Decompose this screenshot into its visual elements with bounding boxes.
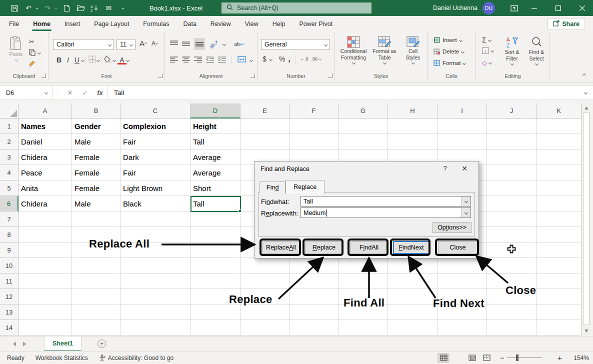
number-format-combo[interactable]: General <box>261 39 330 50</box>
middle-align-icon[interactable] <box>182 40 190 48</box>
row-header-1[interactable]: 1 <box>0 118 18 134</box>
cell-C12[interactable] <box>120 289 190 304</box>
fill-color-dropdown-icon[interactable] <box>112 58 116 62</box>
insert-cells-button[interactable]: Insert <box>434 37 462 43</box>
column-header-E[interactable]: E <box>240 104 290 118</box>
cell-B13[interactable] <box>72 304 120 320</box>
cell-A7[interactable] <box>18 212 72 227</box>
underline-icon[interactable]: U <box>72 56 82 64</box>
cell-B5[interactable]: Female <box>72 180 120 196</box>
cell-C2[interactable]: Fair <box>120 134 190 150</box>
increase-font-icon[interactable]: A˄ <box>140 39 147 48</box>
cell-K11[interactable] <box>536 274 582 289</box>
cell-E14[interactable] <box>240 320 290 336</box>
cell-J3[interactable] <box>487 150 536 165</box>
ribbon-tab-power-pivot[interactable]: Power Pivot <box>292 16 340 32</box>
cell-C13[interactable] <box>120 304 190 320</box>
search-box[interactable]: Search (Alt+Q) <box>222 2 372 14</box>
autosum-button[interactable]: Σ <box>482 36 491 44</box>
cell-F11[interactable] <box>290 274 338 289</box>
replace-button[interactable]: Replace <box>306 241 342 254</box>
cell-C10[interactable] <box>120 258 190 274</box>
ribbon-tab-formulas[interactable]: Formulas <box>136 16 176 32</box>
scroll-up-icon[interactable] <box>584 106 588 110</box>
cell-K1[interactable] <box>536 118 582 134</box>
find-select-button[interactable]: Find & Select <box>525 36 548 65</box>
open-icon[interactable] <box>76 4 85 12</box>
bold-icon[interactable]: B <box>54 56 64 64</box>
wrap-text-icon[interactable]: ab↩ <box>234 42 244 47</box>
column-header-G[interactable]: G <box>338 104 388 118</box>
cell-B1[interactable]: Gender <box>72 118 120 134</box>
cell-B10[interactable] <box>72 258 120 274</box>
dialog-tab-find[interactable]: Find <box>260 182 286 193</box>
save-icon[interactable] <box>10 4 19 12</box>
ribbon-tab-file[interactable]: File <box>2 16 26 32</box>
cell-K13[interactable] <box>536 304 582 320</box>
decrease-font-icon[interactable]: A˅ <box>152 40 158 47</box>
borders-dropdown-icon[interactable] <box>96 58 100 62</box>
row-header-7[interactable]: 7 <box>0 212 18 227</box>
workbook-statistics-button[interactable]: Workbook Statistics <box>36 354 88 362</box>
cell-K4[interactable] <box>536 165 582 180</box>
conditional-formatting-button[interactable]: Conditional Formatting <box>338 36 369 64</box>
cell-C1[interactable]: Complexion <box>120 118 190 134</box>
orientation-dropdown-icon[interactable] <box>222 42 226 46</box>
cell-A8[interactable] <box>18 227 72 242</box>
avatar[interactable]: DU <box>482 2 495 14</box>
zoom-slider[interactable] <box>507 358 542 358</box>
dialog-close-icon[interactable]: ✕ <box>458 164 470 172</box>
merge-center-icon[interactable] <box>238 56 246 64</box>
copy-dropdown-icon[interactable] <box>38 51 41 54</box>
cell-F1[interactable] <box>290 118 338 134</box>
cell-I11[interactable] <box>438 274 487 289</box>
row-header-4[interactable]: 4 <box>0 165 18 180</box>
ribbon-display-options-icon[interactable] <box>504 0 524 16</box>
cell-J8[interactable] <box>487 227 536 242</box>
vertical-scrollbar[interactable] <box>582 104 590 336</box>
cell-D14[interactable] <box>190 320 240 336</box>
delete-cells-button[interactable]: Delete <box>434 48 464 54</box>
cut-icon[interactable]: ✂ <box>29 38 34 46</box>
column-header-I[interactable]: I <box>438 104 487 118</box>
top-align-icon[interactable] <box>170 40 178 48</box>
cell-C5[interactable]: Light Brown <box>120 180 190 196</box>
cell-A2[interactable]: Daniel <box>18 134 72 150</box>
cell-D8[interactable] <box>190 227 240 242</box>
cell-K12[interactable] <box>536 289 582 304</box>
cell-K10[interactable] <box>536 258 582 274</box>
cell-A9[interactable] <box>18 242 72 258</box>
replace-with-dropdown-icon[interactable] <box>462 208 470 218</box>
cell-E10[interactable] <box>240 258 290 274</box>
options-button[interactable]: Options >> <box>432 222 472 233</box>
close-window-icon[interactable] <box>572 0 592 16</box>
font-name-combo[interactable]: Calibri <box>53 39 114 50</box>
cell-A11[interactable] <box>18 274 72 289</box>
cell-G10[interactable] <box>338 258 388 274</box>
row-header-8[interactable]: 8 <box>0 227 18 242</box>
cell-K3[interactable] <box>536 150 582 165</box>
column-header-K[interactable]: K <box>536 104 582 118</box>
cell-J2[interactable] <box>487 134 536 150</box>
cell-H11[interactable] <box>388 274 438 289</box>
column-header-B[interactable]: B <box>72 104 120 118</box>
page-break-view-icon[interactable] <box>480 353 492 363</box>
fill-color-icon[interactable] <box>104 56 112 65</box>
clear-button[interactable]: ◇ <box>482 59 492 66</box>
cell-K5[interactable] <box>536 180 582 196</box>
orientation-icon[interactable]: ab↗ <box>208 39 220 50</box>
accessibility-status[interactable]: Accessibility: Good to go <box>99 354 174 362</box>
zoom-in-icon[interactable]: + <box>558 354 562 362</box>
normal-view-icon[interactable] <box>438 353 450 363</box>
close-button[interactable]: Close <box>438 241 478 254</box>
comma-style-icon[interactable]: , <box>288 54 290 64</box>
scroll-down-icon[interactable] <box>584 330 588 332</box>
fill-button[interactable]: ↓ <box>482 48 494 54</box>
increase-decimal-icon[interactable]: ←.0 <box>300 56 308 62</box>
ribbon-tab-home[interactable]: Home <box>26 16 58 32</box>
cell-C7[interactable] <box>120 212 190 227</box>
column-header-D[interactable]: D <box>190 104 240 118</box>
cell-J6[interactable] <box>487 196 536 212</box>
format-cells-button[interactable]: Format <box>434 60 466 66</box>
row-header-13[interactable]: 13 <box>0 304 18 320</box>
